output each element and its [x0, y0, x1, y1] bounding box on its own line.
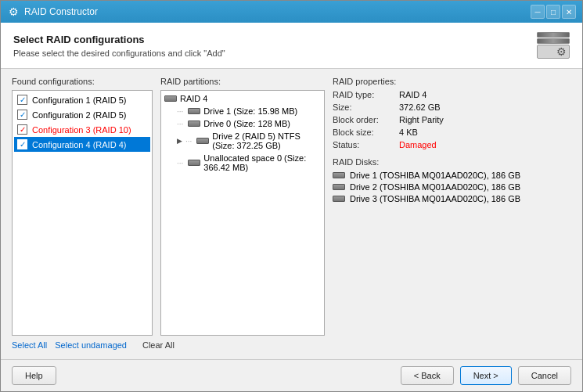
disks-label: RAID Disks: — [333, 157, 571, 167]
partition-label-2: Drive 0 (Size: 128 MB) — [203, 119, 290, 128]
disk-drive-icon-2 — [333, 184, 345, 190]
prop-block-order: Block order: Right Parity — [333, 115, 571, 124]
prop-size-key: Size: — [333, 102, 399, 112]
root-drive-icon — [164, 95, 177, 102]
next-button[interactable]: Next > — [460, 366, 512, 385]
header-subtitle: Please select the desired configurations… — [13, 49, 225, 58]
checkbox-2[interactable]: ✓ — [17, 110, 27, 120]
found-configurations-column: Found configurations: ✓ Configuration 1 … — [12, 77, 153, 336]
config-label-3: Configuration 3 (RAID 10) — [32, 125, 131, 135]
cancel-button[interactable]: Cancel — [518, 366, 571, 385]
config-item-4[interactable]: ✓ Configuration 4 (RAID 4) — [14, 137, 150, 152]
back-button[interactable]: < Back — [401, 366, 454, 385]
header-strip-gear: ⚙ — [537, 45, 570, 59]
partition-item-1: ··· Drive 1 (Size: 15.98 MB) — [164, 105, 321, 117]
maximize-button[interactable]: □ — [546, 5, 560, 19]
checkbox-4[interactable]: ✓ — [17, 139, 27, 149]
partition-label-4: Unallocated space 0 (Size: 366.42 MB) — [203, 153, 321, 172]
config-item-3[interactable]: ✓ Configuration 3 (RAID 10) — [14, 122, 150, 137]
clear-all-link[interactable]: Clear All — [142, 340, 175, 350]
drive-icon-3 — [196, 138, 209, 144]
prop-size-val: 372.62 GB — [399, 102, 571, 112]
partition-item-4: ··· Unallocated space 0 (Size: 366.42 MB… — [164, 152, 321, 174]
window-title: RAID Constructor — [24, 6, 531, 17]
main-window: ⚙ RAID Constructor ─ □ ✕ Select RAID con… — [0, 0, 583, 392]
drive-icon-1 — [188, 108, 200, 114]
disk-drive-icon-1 — [333, 172, 345, 178]
action-row: Select All Select undamaged Clear All — [12, 336, 571, 351]
disk-label-1: Drive 1 (TOSHIBA MQ01AAD020C), 186 GB — [350, 171, 520, 180]
drive-icon-4 — [188, 160, 200, 166]
select-all-link[interactable]: Select All — [12, 340, 47, 350]
prop-block-size-val: 4 KB — [399, 128, 571, 137]
header-section: Select RAID configurations Please select… — [1, 23, 582, 69]
config-item-1[interactable]: ✓ Configuration 1 (RAID 5) — [14, 92, 150, 107]
dotted-4: ··· — [177, 159, 183, 167]
partition-root: RAID 4 — [164, 94, 321, 103]
properties-label: RAID properties: — [333, 77, 571, 86]
dotted-3: ··· — [185, 137, 192, 146]
config-label-2: Configuration 2 (RAID 5) — [32, 110, 126, 120]
content-area: Found configurations: ✓ Configuration 1 … — [1, 69, 582, 359]
header-strip-2 — [537, 38, 570, 44]
titlebar: ⚙ RAID Constructor ─ □ ✕ — [1, 1, 582, 23]
dotted-2: ··· — [177, 120, 183, 128]
properties-box: RAID type: RAID 4 Size: 372.62 GB Block … — [333, 90, 571, 336]
checkbox-1[interactable]: ✓ — [17, 95, 27, 105]
partition-item-2: ··· Drive 0 (Size: 128 MB) — [164, 117, 321, 130]
partitions-label: RAID partitions: — [160, 77, 325, 86]
prop-block-order-key: Block order: — [333, 115, 399, 124]
found-configs-label: Found configurations: — [12, 77, 153, 86]
gear-icon: ⚙ — [556, 45, 567, 58]
prop-block-size: Block size: 4 KB — [333, 128, 571, 137]
prop-block-size-key: Block size: — [333, 128, 399, 137]
disk-item-3: Drive 3 (TOSHIBA MQ01AAD020C), 186 GB — [333, 194, 571, 203]
dotted-1: ··· — [177, 107, 183, 116]
disk-item-2: Drive 2 (TOSHIBA MQ01AAD020C), 186 GB — [333, 182, 571, 192]
raid-properties-column: RAID properties: RAID type: RAID 4 Size:… — [333, 77, 571, 336]
prop-block-order-val: Right Parity — [399, 115, 571, 124]
partitions-box: RAID 4 ··· Drive 1 (Size: 15.98 MB) ··· … — [160, 90, 325, 336]
expand-arrow-3[interactable]: ▶ — [177, 137, 182, 145]
config-item-2[interactable]: ✓ Configuration 2 (RAID 5) — [14, 107, 150, 122]
disk-item-1: Drive 1 (TOSHIBA MQ01AAD020C), 186 GB — [333, 171, 571, 180]
partition-label-1: Drive 1 (Size: 15.98 MB) — [203, 106, 297, 116]
help-button[interactable]: Help — [12, 366, 56, 385]
prop-type-val: RAID 4 — [399, 90, 571, 99]
partition-item-3: ▶ ··· Drive 2 (RAID 5) NTFS (Size: 372.2… — [164, 130, 321, 152]
disk-label-3: Drive 3 (TOSHIBA MQ01AAD020C), 186 GB — [350, 194, 520, 203]
prop-status-val: Damaged — [399, 140, 571, 149]
partition-label-3: Drive 2 (RAID 5) NTFS (Size: 372.25 GB) — [212, 131, 321, 150]
footer: Help < Back Next > Cancel — [1, 359, 582, 391]
checkbox-3[interactable]: ✓ — [17, 124, 27, 135]
prop-size: Size: 372.62 GB — [333, 102, 571, 112]
columns-row: Found configurations: ✓ Configuration 1 … — [12, 77, 571, 336]
footer-left: Help — [12, 366, 56, 385]
partition-root-label: RAID 4 — [180, 94, 207, 103]
header-title: Select RAID configurations — [13, 34, 225, 45]
raid-partitions-column: RAID partitions: RAID 4 ··· Drive 1 (Siz… — [160, 77, 325, 336]
footer-right: < Back Next > Cancel — [401, 366, 571, 385]
disks-section: RAID Disks: Drive 1 (TOSHIBA MQ01AAD020C… — [333, 157, 571, 203]
prop-type-key: RAID type: — [333, 90, 399, 99]
close-button[interactable]: ✕ — [562, 5, 576, 19]
minimize-button[interactable]: ─ — [531, 5, 545, 19]
select-undamaged-link[interactable]: Select undamaged — [55, 340, 127, 350]
found-configs-list: ✓ Configuration 1 (RAID 5) ✓ Configurati… — [12, 90, 153, 336]
disk-drive-icon-3 — [333, 196, 345, 202]
prop-type: RAID type: RAID 4 — [333, 90, 571, 99]
disk-label-2: Drive 2 (TOSHIBA MQ01AAD020C), 186 GB — [350, 182, 520, 192]
window-controls: ─ □ ✕ — [531, 5, 576, 19]
header-strip-1 — [537, 32, 570, 38]
prop-status: Status: Damaged — [333, 140, 571, 149]
header-icon: ⚙ — [537, 32, 570, 59]
window-icon: ⚙ — [7, 5, 20, 18]
header-text: Select RAID configurations Please select… — [13, 34, 225, 58]
drive-icon-2 — [188, 120, 200, 127]
config-label-4: Configuration 4 (RAID 4) — [32, 140, 126, 149]
config-label-1: Configuration 1 (RAID 5) — [32, 95, 126, 105]
prop-status-key: Status: — [333, 140, 399, 149]
